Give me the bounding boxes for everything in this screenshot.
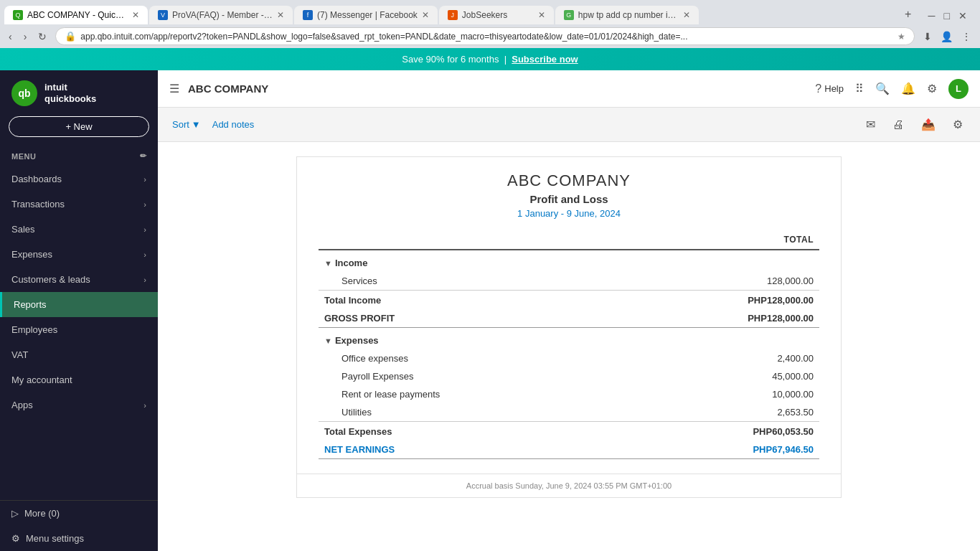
new-tab-button[interactable]: + (898, 4, 918, 24)
help-icon: ? (815, 83, 821, 95)
table-row: ▼Income (319, 250, 819, 272)
collapse-button[interactable]: ▼ (324, 336, 332, 345)
avatar[interactable]: L (948, 79, 969, 99)
sidebar-item-label-expenses: Expenses (11, 249, 52, 260)
table-row: Payroll Expenses45,000.00 (319, 367, 819, 385)
print-report-button[interactable]: 🖨 (890, 116, 907, 134)
forward-button[interactable]: › (21, 28, 30, 45)
sidebar-item-my-accountant[interactable]: My accountant (0, 367, 158, 392)
header-actions: ? Help ⠿ 🔍 🔔 ⚙ L (815, 79, 969, 99)
tab-title-tab2: ProVA(FAQ) - Member - T... (172, 10, 273, 20)
email-report-button[interactable]: ✉ (863, 115, 878, 134)
table-row: Office expenses2,400.00 (319, 349, 819, 367)
back-button[interactable]: ‹ (6, 28, 15, 45)
edit-icon: ✏ (140, 151, 147, 161)
tab-title-tab1: ABC COMPANY - QuickBo... (27, 10, 128, 20)
url-bar[interactable]: 🔒 app.qbo.intuit.com/app/reportv2?token=… (55, 27, 915, 45)
export-button[interactable]: 📤 (918, 115, 938, 134)
tab-close-tab1[interactable]: ✕ (132, 10, 139, 20)
sort-button[interactable]: Sort ▼ (172, 119, 201, 130)
sidebar-item-label-dashboards: Dashboards (11, 174, 62, 184)
sidebar-items: Dashboards›Transactions›Sales›Expenses›C… (0, 166, 158, 418)
app-container: qb intuit quickbooks + New MENU ✏ Dashbo… (0, 70, 980, 551)
sidebar-item-customers-leads[interactable]: Customers & leads› (0, 267, 158, 292)
tab-close-tab5[interactable]: ✕ (683, 10, 690, 20)
table-row: ▼Expenses (319, 328, 819, 350)
sidebar-item-reports[interactable]: Reports (0, 292, 158, 317)
sidebar-item-label-my-accountant: My accountant (11, 375, 72, 385)
table-row: Rent or lease payments10,000.00 (319, 385, 819, 403)
more-icon: ▷ (11, 508, 19, 519)
refresh-button[interactable]: ↻ (35, 28, 50, 45)
promo-text: Save 90% for 6 months (402, 54, 499, 65)
intuit-label: intuit (44, 82, 96, 93)
total-column-header: TOTAL (630, 230, 819, 250)
collapse-button[interactable]: ▼ (324, 259, 332, 268)
profile-button[interactable]: 👤 (938, 28, 956, 45)
report-footer: Accrual basis Sunday, June 9, 2024 03:55… (297, 474, 841, 497)
sidebar-bottom: ▷ More (0) ⚙ Menu settings (0, 500, 158, 551)
maximize-button[interactable]: □ (941, 7, 953, 24)
settings-button[interactable]: ⚙ (927, 82, 937, 95)
download-button[interactable]: ⬇ (920, 28, 935, 45)
tab-title-tab4: JobSeekers (462, 10, 534, 20)
add-notes-button[interactable]: Add notes (212, 119, 255, 130)
apps-grid-button[interactable]: ⠿ (855, 82, 864, 95)
subscribe-link[interactable]: Subscribe now (512, 54, 578, 65)
tab-title-tab3: (7) Messenger | Facebook (317, 10, 418, 20)
browser-chrome: QABC COMPANY - QuickBo...✕VProVA(FAQ) - … (0, 0, 980, 48)
browser-tab-tab4[interactable]: JJobSeekers✕ (439, 6, 554, 24)
report-content: ABC COMPANY Profit and Loss 1 January - … (158, 142, 980, 551)
sidebar-item-label-apps: Apps (11, 400, 33, 410)
sidebar-item-expenses[interactable]: Expenses› (0, 242, 158, 267)
sidebar-item-more[interactable]: ▷ More (0) (0, 501, 158, 526)
tab-close-tab3[interactable]: ✕ (422, 10, 429, 20)
sidebar-logo: qb intuit quickbooks (0, 70, 158, 116)
sidebar-toggle-button[interactable]: ☰ (169, 82, 179, 95)
sidebar-item-vat[interactable]: VAT (0, 342, 158, 367)
promo-bar: Save 90% for 6 months | Subscribe now (0, 48, 980, 70)
sidebar-item-label-vat: VAT (11, 349, 28, 360)
browser-tab-tab2[interactable]: VProVA(FAQ) - Member - T...✕ (149, 6, 293, 24)
tab-favicon-tab5: G (564, 10, 574, 20)
notifications-button[interactable]: 🔔 (901, 82, 915, 95)
extensions-button[interactable]: ⋮ (958, 28, 974, 45)
browser-tab-tab3[interactable]: f(7) Messenger | Facebook✕ (294, 6, 438, 24)
report-toolbar: Sort ▼ Add notes ✉ 🖨 📤 ⚙ (158, 108, 980, 142)
table-row: Total ExpensesPHP60,053.50 (319, 422, 819, 441)
minimize-button[interactable]: ─ (925, 7, 938, 24)
tab-favicon-tab1: Q (13, 10, 23, 20)
browser-tab-tab5[interactable]: Ghpw tp add cp number in...✕ (555, 6, 699, 24)
table-row: Total IncomePHP128,000.00 (319, 291, 819, 310)
settings-icon: ⚙ (11, 533, 20, 544)
sidebar-item-dashboards[interactable]: Dashboards› (0, 166, 158, 192)
more-label: More (0) (24, 508, 60, 519)
tab-bar: QABC COMPANY - QuickBo...✕VProVA(FAQ) - … (0, 0, 980, 24)
browser-tab-tab1[interactable]: QABC COMPANY - QuickBo...✕ (4, 6, 148, 24)
sidebar-item-label-sales: Sales (11, 224, 35, 235)
table-row: Services128,000.00 (319, 272, 819, 291)
sidebar-item-label-transactions: Transactions (11, 199, 65, 209)
sidebar-item-transactions[interactable]: Transactions› (0, 192, 158, 217)
new-button[interactable]: + New (9, 116, 149, 137)
tab-title-tab5: hpw tp add cp number in... (578, 10, 679, 20)
report-title: Profit and Loss (319, 193, 819, 205)
search-button[interactable]: 🔍 (875, 82, 890, 95)
chevron-right-icon-sales: › (143, 225, 146, 234)
divider-row (319, 458, 819, 459)
sidebar-item-menu-settings[interactable]: ⚙ Menu settings (0, 526, 158, 551)
sidebar-item-employees[interactable]: Employees (0, 317, 158, 342)
quickbooks-label: quickbooks (44, 93, 96, 105)
chevron-right-icon-customers-leads: › (143, 276, 146, 284)
sidebar-item-sales[interactable]: Sales› (0, 217, 158, 242)
report-settings-button[interactable]: ⚙ (950, 115, 966, 134)
sidebar-item-apps[interactable]: Apps› (0, 392, 158, 418)
report-table: TOTAL ▼IncomeServices128,000.00Total Inc… (319, 230, 819, 459)
menu-label: MENU (11, 152, 36, 161)
tab-close-tab2[interactable]: ✕ (277, 10, 284, 20)
address-bar: ‹ › ↻ 🔒 app.qbo.intuit.com/app/reportv2?… (0, 24, 980, 48)
net-earnings-row: NET EARNINGSPHP67,946.50 (319, 441, 819, 458)
tab-close-tab4[interactable]: ✕ (538, 10, 545, 20)
close-button[interactable]: ✕ (956, 7, 970, 24)
help-button[interactable]: ? Help (815, 83, 844, 95)
